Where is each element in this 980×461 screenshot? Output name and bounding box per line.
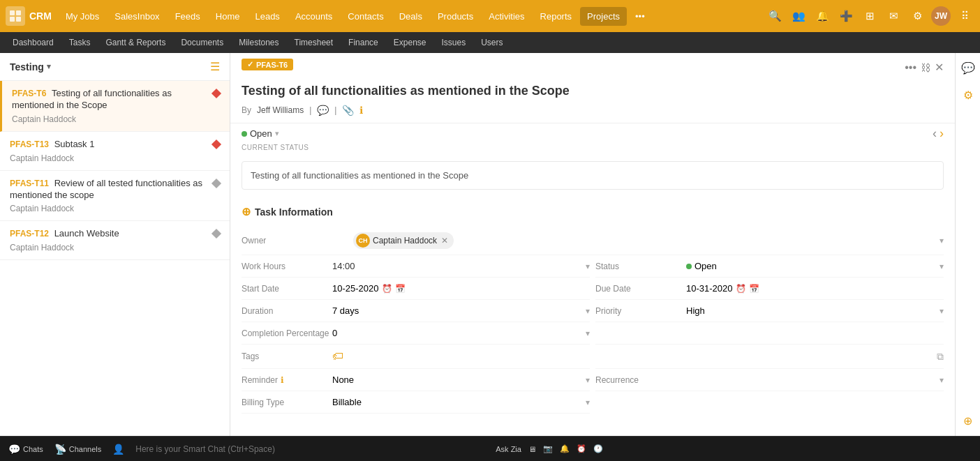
task-title: Subtask 1 bbox=[54, 139, 95, 149]
billing-type-row: Billing Type Billable ▾ bbox=[242, 391, 590, 414]
section-header: ⊕ Task Information bbox=[242, 205, 944, 218]
chat-icon: 💬 bbox=[8, 444, 20, 455]
more-options-icon[interactable]: ••• bbox=[905, 61, 916, 74]
task-item[interactable]: PFAS-T13 Subtask 1 Captain Haddock bbox=[0, 132, 230, 171]
priority-chevron-icon[interactable]: ▾ bbox=[940, 306, 944, 316]
task-header: Testing of all functionalities as mentio… bbox=[230, 76, 955, 123]
nav-reports[interactable]: Reports bbox=[533, 7, 579, 26]
subnav-milestones[interactable]: Milestones bbox=[232, 35, 285, 50]
nav-contacts[interactable]: Contacts bbox=[341, 7, 390, 26]
priority-indicator bbox=[211, 179, 221, 188]
notification-bell-icon[interactable]: 🔔 bbox=[560, 444, 570, 453]
prev-task-icon[interactable]: ‹ bbox=[933, 126, 937, 141]
bottom-channels[interactable]: 📡 Channels bbox=[54, 444, 101, 455]
contacts-icon[interactable]: 👥 bbox=[789, 6, 808, 26]
nav-leads[interactable]: Leads bbox=[248, 7, 286, 26]
task-id: PFAS-T12 bbox=[10, 229, 49, 239]
fields-grid: Work Hours 14:00 ▾ Status Open ▾ Start D… bbox=[242, 255, 944, 414]
work-hours-chevron-icon[interactable]: ▾ bbox=[586, 262, 590, 271]
monitor-icon[interactable]: 🖥 bbox=[528, 445, 536, 453]
owner-chevron-icon[interactable]: ▾ bbox=[940, 236, 944, 245]
copy-icon[interactable]: ⧉ bbox=[937, 351, 944, 363]
bottom-user[interactable]: 👤 bbox=[112, 444, 124, 455]
task-assignee: Captain Haddock bbox=[10, 243, 220, 252]
sidebar-title[interactable]: Testing ▾ bbox=[10, 61, 51, 73]
completion-chevron-icon[interactable]: ▾ bbox=[586, 328, 590, 338]
smart-chat-input[interactable] bbox=[135, 444, 484, 454]
task-list: PFAS-T6 Testing of all functionalities a… bbox=[0, 81, 230, 436]
tags-add-icon[interactable]: 🏷 bbox=[332, 350, 584, 363]
work-hours-value: 14:00 bbox=[332, 261, 586, 271]
status-dot bbox=[242, 131, 247, 137]
nav-activities[interactable]: Activities bbox=[482, 7, 531, 26]
subnav-timesheet[interactable]: Timesheet bbox=[288, 35, 341, 50]
subnav-finance[interactable]: Finance bbox=[341, 35, 385, 50]
notifications-icon[interactable]: 🔔 bbox=[812, 6, 832, 26]
nav-more[interactable]: ••• bbox=[628, 7, 652, 26]
subnav-issues[interactable]: Issues bbox=[435, 35, 473, 50]
subnav-dashboard[interactable]: Dashboard bbox=[6, 35, 61, 50]
bottom-chats[interactable]: 💬 Chats bbox=[8, 444, 43, 455]
duration-chevron-icon[interactable]: ▾ bbox=[586, 306, 590, 316]
link-icon[interactable]: ⛓ bbox=[921, 62, 930, 73]
nav-my-jobs[interactable]: My Jobs bbox=[59, 7, 106, 26]
start-date-calendar-icon[interactable]: 📅 bbox=[395, 284, 406, 294]
sidebar-menu-icon[interactable]: ☰ bbox=[210, 60, 220, 73]
channel-icon: 📡 bbox=[54, 444, 66, 455]
nav-accounts[interactable]: Accounts bbox=[288, 7, 339, 26]
due-date-calendar-icon[interactable]: 📅 bbox=[749, 284, 759, 294]
task-item[interactable]: PFAS-T11 Review of all tested functional… bbox=[0, 171, 230, 222]
nav-products[interactable]: Products bbox=[431, 7, 480, 26]
tags-label: Tags bbox=[242, 352, 332, 361]
nav-salesinbox[interactable]: SalesInbox bbox=[107, 7, 166, 26]
reminder-chevron-icon[interactable]: ▾ bbox=[586, 375, 590, 385]
right-settings-icon[interactable]: ⚙ bbox=[960, 86, 976, 105]
nav-feeds[interactable]: Feeds bbox=[168, 7, 207, 26]
right-chat-icon[interactable]: 💬 bbox=[958, 59, 978, 77]
top-navigation: CRM My Jobs SalesInbox Feeds Home Leads … bbox=[0, 0, 980, 32]
reminder-label: Reminder bbox=[242, 375, 278, 385]
add-icon[interactable]: ➕ bbox=[836, 6, 856, 26]
settings-icon[interactable]: ⚙ bbox=[907, 6, 927, 26]
duration-row: Duration 7 days ▾ bbox=[242, 300, 590, 322]
attachment-icon[interactable]: 📎 bbox=[342, 105, 354, 116]
remove-owner-icon[interactable]: ✕ bbox=[441, 236, 448, 245]
nav-projects[interactable]: Projects bbox=[580, 7, 627, 26]
nav-home[interactable]: Home bbox=[209, 7, 247, 26]
subnav-documents[interactable]: Documents bbox=[174, 35, 230, 50]
section-icon: ⊕ bbox=[242, 205, 251, 218]
apps-icon[interactable]: ⊞ bbox=[860, 6, 879, 26]
task-sidebar: Testing ▾ ☰ PFAS-T6 Testing of all funct… bbox=[0, 53, 230, 436]
close-icon[interactable]: ✕ bbox=[935, 61, 944, 74]
status-button[interactable]: Open ▾ bbox=[242, 128, 279, 139]
crm-logo[interactable]: CRM bbox=[6, 6, 52, 26]
comment-icon[interactable]: 💬 bbox=[317, 105, 329, 116]
due-date-clock-icon[interactable]: ⏰ bbox=[736, 284, 746, 294]
task-tag-badge: ✓ PFAS-T6 bbox=[242, 59, 293, 70]
subnav-gantt[interactable]: Gantt & Reports bbox=[98, 35, 172, 50]
ask-zia-button[interactable]: Ask Zia bbox=[496, 445, 521, 453]
grid-menu-icon[interactable]: ⠿ bbox=[955, 6, 974, 26]
info-icon[interactable]: ℹ bbox=[359, 105, 363, 116]
camera-icon[interactable]: 📷 bbox=[543, 444, 553, 453]
search-icon[interactable]: 🔍 bbox=[765, 6, 785, 26]
history-icon[interactable]: 🕐 bbox=[593, 444, 603, 453]
task-item[interactable]: PFAS-T12 Launch Website Captain Haddock bbox=[0, 221, 230, 260]
subnav-expense[interactable]: Expense bbox=[387, 35, 433, 50]
svg-rect-3 bbox=[16, 17, 21, 22]
mail-icon[interactable]: ✉ bbox=[884, 6, 903, 26]
nav-deals[interactable]: Deals bbox=[392, 7, 429, 26]
owner-label: Owner bbox=[242, 236, 353, 245]
billing-type-chevron-icon[interactable]: ▾ bbox=[586, 398, 590, 407]
recurrence-chevron-icon[interactable]: ▾ bbox=[940, 375, 944, 385]
svg-rect-1 bbox=[16, 10, 21, 15]
status-chevron-icon[interactable]: ▾ bbox=[940, 262, 944, 271]
user-avatar[interactable]: JW bbox=[931, 6, 951, 26]
start-date-clock-icon[interactable]: ⏰ bbox=[382, 284, 392, 294]
next-task-icon[interactable]: › bbox=[940, 126, 944, 141]
alarm-icon[interactable]: ⏰ bbox=[577, 444, 586, 453]
task-item[interactable]: PFAS-T6 Testing of all functionalities a… bbox=[0, 81, 230, 132]
right-comment-icon[interactable]: ⊕ bbox=[960, 411, 975, 430]
subnav-users[interactable]: Users bbox=[474, 35, 510, 50]
subnav-tasks[interactable]: Tasks bbox=[62, 35, 98, 50]
